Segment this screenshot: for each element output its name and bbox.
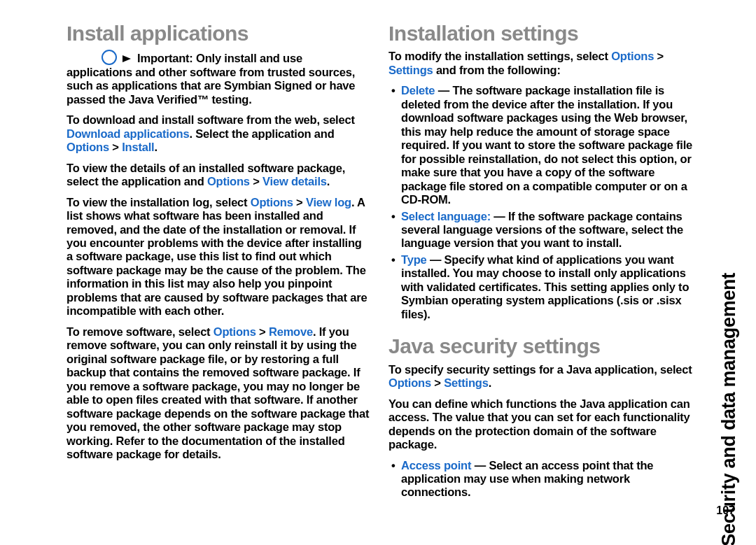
two-column-layout: Install applications Important: Only ins… bbox=[66, 21, 693, 524]
installation-settings-intro: To modify the installation settings, sel… bbox=[388, 50, 693, 77]
text: > bbox=[654, 50, 664, 62]
link-options: Options bbox=[611, 50, 654, 62]
text: — The software package installation file… bbox=[401, 84, 692, 206]
link-options: Options bbox=[214, 325, 256, 338]
label-type: Type bbox=[401, 253, 427, 266]
text: > bbox=[256, 325, 269, 338]
text: > bbox=[293, 196, 306, 208]
list-item-select-language: Select language: — If the software packa… bbox=[388, 210, 693, 250]
text: . bbox=[154, 141, 157, 153]
link-settings: Settings bbox=[388, 64, 433, 76]
link-install: Install bbox=[122, 141, 154, 153]
text: To download and install software from th… bbox=[66, 113, 355, 126]
remove-paragraph: To remove software, select Options > Rem… bbox=[66, 325, 371, 462]
java-settings-intro: To specify security settings for a Java … bbox=[388, 363, 693, 390]
right-column: Installation settings To modify the inst… bbox=[388, 21, 693, 524]
important-label: Important: bbox=[137, 52, 193, 64]
link-settings: Settings bbox=[444, 376, 489, 389]
link-options: Options bbox=[388, 376, 431, 389]
manual-page: Install applications Important: Only ins… bbox=[0, 0, 756, 545]
text: and from the following: bbox=[433, 64, 561, 76]
text: . bbox=[327, 175, 330, 187]
java-settings-list: Access point — Select an access point th… bbox=[388, 459, 693, 500]
text: . Select the application and bbox=[189, 127, 334, 140]
heading-install-applications: Install applications bbox=[66, 21, 371, 45]
text: To specify security settings for a Java … bbox=[388, 363, 692, 376]
heading-installation-settings: Installation settings bbox=[388, 21, 693, 45]
label-delete: Delete bbox=[401, 84, 435, 97]
link-options: Options bbox=[207, 175, 250, 187]
text: . A list shows what software has been in… bbox=[66, 196, 367, 318]
link-options: Options bbox=[66, 141, 109, 153]
text: . If you remove software, you can only r… bbox=[66, 325, 369, 460]
text: — Specify what kind of applications you … bbox=[401, 253, 689, 320]
link-remove: Remove bbox=[269, 325, 313, 338]
text: . bbox=[489, 376, 491, 389]
text: To view the installation log, select bbox=[66, 196, 251, 208]
link-view-details: View details bbox=[262, 175, 327, 187]
view-details-paragraph: To view the details of an installed soft… bbox=[66, 162, 371, 189]
label-access-point: Access point bbox=[401, 459, 471, 472]
text: > bbox=[109, 141, 122, 153]
list-item-delete: Delete — The software package installati… bbox=[388, 84, 693, 206]
link-download-applications: Download applications bbox=[66, 127, 189, 140]
list-item-type: Type — Specify what kind of applications… bbox=[388, 253, 693, 321]
download-paragraph: To download and install software from th… bbox=[66, 113, 371, 154]
text: > bbox=[431, 376, 444, 389]
left-column: Install applications Important: Only ins… bbox=[66, 21, 371, 524]
important-paragraph: Important: Only install and use applicat… bbox=[66, 50, 371, 106]
list-item-access-point: Access point — Select an access point th… bbox=[388, 459, 693, 500]
label-select-language: Select language: bbox=[401, 210, 491, 222]
text: > bbox=[250, 175, 262, 187]
text: To modify the installation settings, sel… bbox=[388, 50, 611, 62]
view-log-paragraph: To view the installation log, select Opt… bbox=[66, 196, 371, 318]
page-number: 107 bbox=[716, 504, 735, 517]
java-functions-paragraph: You can define which functions the Java … bbox=[388, 397, 693, 452]
link-view-log: View log bbox=[306, 196, 351, 208]
text: To remove software, select bbox=[66, 325, 214, 338]
heading-java-security-settings: Java security settings bbox=[388, 334, 693, 358]
link-options: Options bbox=[251, 196, 293, 208]
important-icon bbox=[102, 50, 117, 65]
installation-settings-list: Delete — The software package installati… bbox=[388, 84, 693, 321]
